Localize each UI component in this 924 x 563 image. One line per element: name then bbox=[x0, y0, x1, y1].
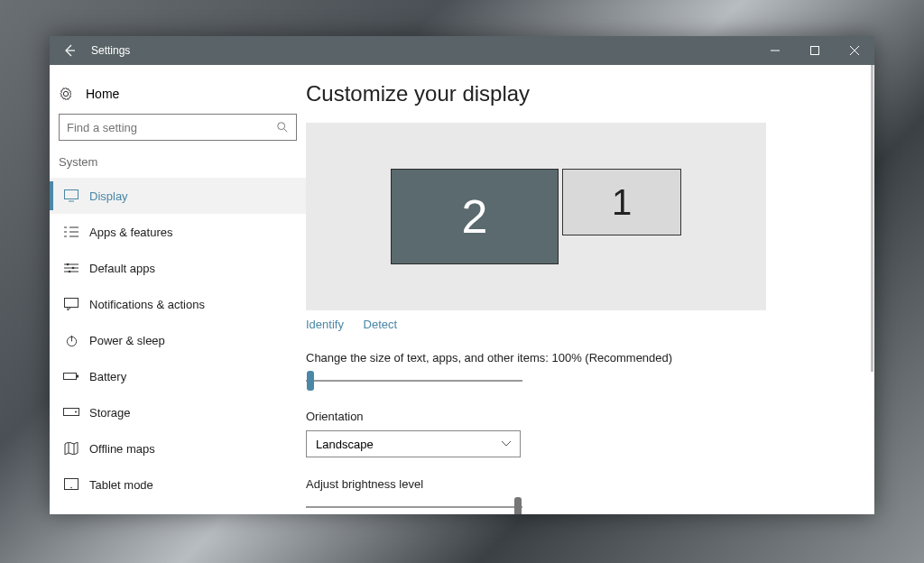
sidebar-item-label: Power & sleep bbox=[89, 334, 165, 347]
sidebar-item-label: Display bbox=[89, 189, 128, 203]
sidebar-item-label: Notifications & actions bbox=[89, 298, 205, 311]
map-icon bbox=[60, 442, 82, 455]
brightness-label: Adjust brightness level bbox=[306, 477, 838, 491]
slider-thumb[interactable] bbox=[514, 497, 522, 514]
orientation-value: Landscape bbox=[316, 438, 374, 451]
slider-track bbox=[306, 380, 522, 382]
home-label: Home bbox=[86, 87, 119, 101]
svg-rect-9 bbox=[77, 375, 79, 378]
orientation-label: Orientation bbox=[306, 410, 838, 423]
battery-icon bbox=[60, 371, 82, 382]
slider-track bbox=[306, 506, 522, 508]
scrollbar[interactable] bbox=[867, 65, 874, 514]
svg-rect-0 bbox=[811, 47, 819, 55]
monitor-label: 2 bbox=[462, 189, 488, 244]
sidebar-item-default-apps[interactable]: Default apps bbox=[50, 250, 306, 286]
drive-icon bbox=[60, 408, 82, 417]
window-title: Settings bbox=[89, 44, 130, 57]
close-icon bbox=[850, 46, 859, 55]
svg-rect-6 bbox=[65, 299, 79, 308]
sidebar-item-label: Tablet mode bbox=[89, 478, 153, 492]
sidebar-item-apps-features[interactable]: Apps & features bbox=[50, 214, 306, 250]
back-button[interactable] bbox=[50, 36, 89, 65]
svg-point-4 bbox=[72, 267, 75, 270]
chevron-down-icon bbox=[502, 441, 511, 447]
maximize-icon bbox=[810, 46, 819, 55]
sidebar-item-notifications[interactable]: Notifications & actions bbox=[50, 286, 306, 322]
identify-link[interactable]: Identify bbox=[306, 318, 344, 331]
sidebar-item-power-sleep[interactable]: Power & sleep bbox=[50, 322, 306, 358]
search-wrap bbox=[50, 114, 306, 153]
power-icon bbox=[60, 334, 82, 347]
sidebar-item-label: Battery bbox=[89, 370, 126, 383]
sidebar-item-storage[interactable]: Storage bbox=[50, 394, 306, 430]
monitor-icon bbox=[60, 189, 82, 202]
scrollbar-thumb[interactable] bbox=[871, 65, 873, 372]
arrow-left-icon bbox=[62, 43, 77, 58]
titlebar: Settings bbox=[50, 36, 874, 65]
sliders-icon bbox=[60, 262, 82, 274]
sidebar-item-label: Default apps bbox=[89, 262, 155, 275]
window-controls bbox=[755, 36, 874, 65]
home-button[interactable]: Home bbox=[50, 81, 306, 114]
sidebar-item-battery[interactable]: Battery bbox=[50, 358, 306, 394]
scale-slider[interactable] bbox=[306, 372, 522, 390]
sidebar-item-offline-maps[interactable]: Offline maps bbox=[50, 430, 306, 466]
svg-point-11 bbox=[75, 411, 77, 413]
sidebar-item-label: Storage bbox=[89, 406, 131, 420]
sidebar-item-label: Offline maps bbox=[89, 442, 155, 456]
slider-thumb[interactable] bbox=[307, 371, 314, 391]
search-input[interactable] bbox=[60, 115, 296, 140]
sidebar-item-label: Apps & features bbox=[89, 226, 173, 239]
detect-link[interactable]: Detect bbox=[364, 318, 398, 331]
sidebar-item-tablet-mode[interactable]: Tablet mode bbox=[50, 466, 306, 503]
svg-point-5 bbox=[69, 271, 71, 273]
svg-rect-2 bbox=[65, 190, 79, 199]
maximize-button[interactable] bbox=[795, 36, 835, 65]
svg-rect-8 bbox=[64, 374, 77, 380]
monitor-1[interactable]: 1 bbox=[562, 169, 681, 235]
monitor-label: 1 bbox=[612, 182, 632, 223]
chat-icon bbox=[60, 298, 82, 310]
settings-window: Settings Home bbox=[50, 36, 874, 514]
tablet-icon bbox=[60, 478, 82, 491]
orientation-dropdown[interactable]: Landscape bbox=[306, 430, 521, 457]
sidebar: Home System Display Apps & features bbox=[50, 65, 306, 514]
minimize-button[interactable] bbox=[755, 36, 795, 65]
display-links: Identify Detect bbox=[306, 318, 838, 331]
sidebar-item-display[interactable]: Display bbox=[50, 178, 306, 214]
svg-point-1 bbox=[278, 123, 285, 130]
monitor-2[interactable]: 2 bbox=[391, 169, 559, 264]
display-arrangement[interactable]: 2 1 bbox=[306, 123, 766, 310]
minimize-icon bbox=[771, 46, 780, 55]
gear-icon bbox=[59, 87, 80, 101]
svg-point-13 bbox=[70, 487, 72, 489]
main-panel: Customize your display 2 1 Identify Dete… bbox=[306, 65, 874, 514]
section-label: System bbox=[50, 153, 306, 178]
content: Home System Display Apps & features bbox=[50, 65, 874, 514]
brightness-slider[interactable] bbox=[306, 498, 522, 514]
close-button[interactable] bbox=[835, 36, 874, 65]
scale-label: Change the size of text, apps, and other… bbox=[306, 351, 838, 365]
page-title: Customize your display bbox=[306, 81, 838, 106]
svg-point-3 bbox=[67, 263, 69, 266]
search-icon bbox=[276, 121, 289, 134]
list-icon bbox=[60, 226, 82, 238]
search-box[interactable] bbox=[59, 114, 297, 141]
